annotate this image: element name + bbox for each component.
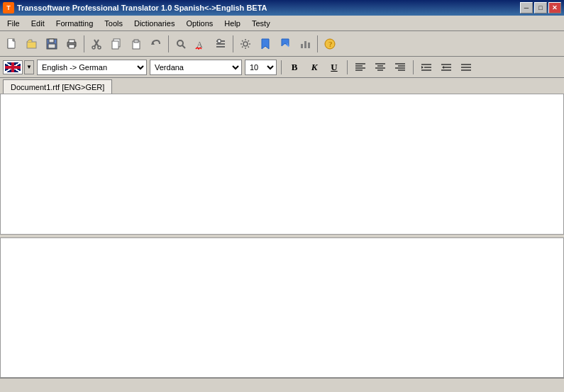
svg-rect-1 [27,42,36,48]
menu-formatting[interactable]: Formatting [50,16,99,30]
undo-button[interactable] [147,35,165,53]
menu-file[interactable]: File [1,16,26,30]
document-tab-1[interactable]: Document1.rtf [ENG>GER] [3,79,112,94]
search-button[interactable] [172,35,190,53]
menu-dictionaries[interactable]: Dictionaries [128,16,180,30]
uk-flag-icon [5,62,21,72]
source-lang-selector: ▼ [3,60,34,74]
open-button[interactable] [23,35,41,53]
status-bar [0,378,564,392]
save-button[interactable] [43,35,61,53]
menu-testy[interactable]: Testy [246,16,276,30]
source-lang-dropdown[interactable]: ▼ [24,60,34,74]
svg-rect-3 [49,39,54,43]
editor-pane-bottom[interactable] [0,238,564,379]
svg-point-23 [218,39,221,43]
svg-rect-13 [112,41,118,49]
toolbar-sep-4 [317,35,318,52]
format-sep-3 [413,60,414,74]
spellcheck-button[interactable]: A [192,35,210,53]
title-bar: T Transsoftware Professional Translator … [0,0,564,16]
content-wrapper [0,94,564,392]
close-button[interactable]: ✕ [548,2,561,13]
svg-rect-4 [48,44,55,48]
bold-button[interactable]: B [286,60,303,75]
align-left-button[interactable] [352,60,369,75]
toolbar-sep-3 [233,35,233,52]
svg-point-17 [177,40,183,46]
align-center-button[interactable] [372,60,389,75]
italic-button[interactable]: K [306,60,323,75]
editor-pane-top[interactable] [0,94,564,234]
paste-button[interactable] [127,35,145,53]
minimize-button[interactable]: ─ [520,2,533,13]
svg-rect-21 [216,43,225,45]
toolbar-sep-1 [84,35,84,52]
toolbar: A ? [0,31,564,57]
title-bar-left: T Transsoftware Professional Translator … [3,2,267,13]
font-select[interactable]: Verdana Arial Times New Roman Courier Ne… [150,60,242,75]
toolbar-sep-2 [168,35,169,52]
svg-point-10 [92,46,95,49]
outdent-button[interactable] [438,60,455,75]
underline-button[interactable]: U [326,60,343,75]
svg-rect-22 [216,46,225,47]
more-align-button[interactable] [458,60,475,75]
svg-marker-49 [442,66,444,69]
svg-rect-15 [134,40,138,43]
title-bar-controls: ─ □ ✕ [520,2,561,13]
svg-text:?: ? [328,40,333,48]
menu-bar: File Edit Formatting Tools Dictionaries … [0,16,564,31]
cut-button[interactable] [87,35,106,53]
app-icon: T [3,2,14,13]
help-button[interactable]: ? [321,35,339,53]
svg-point-11 [98,46,101,49]
copy-button[interactable] [107,35,126,53]
menu-tools[interactable]: Tools [99,16,128,30]
tab-bar: Document1.rtf [ENG>GER] [0,78,564,94]
menu-help[interactable]: Help [219,16,246,30]
tool1-button[interactable] [211,35,230,53]
language-direction-select[interactable]: English -> German German -> English Span… [37,60,147,75]
format-bar: ▼ English -> German German -> English Sp… [0,57,564,78]
menu-edit[interactable]: Edit [26,16,50,30]
maximize-button[interactable]: □ [534,2,547,13]
indent-button[interactable] [418,60,435,75]
svg-rect-26 [304,41,306,48]
svg-point-24 [243,42,248,46]
new-button[interactable] [3,35,21,53]
star-button[interactable] [276,35,294,53]
align-right-button[interactable] [392,60,409,75]
print-button[interactable] [62,35,81,53]
svg-rect-27 [308,43,310,48]
format-sep-1 [281,60,282,74]
bookmark-button[interactable] [256,35,275,53]
format-sep-2 [347,60,348,74]
svg-rect-25 [301,44,303,48]
menu-options[interactable]: Options [180,16,219,30]
svg-line-18 [182,45,185,48]
svg-rect-6 [69,45,74,48]
svg-rect-7 [69,40,74,43]
settings-button[interactable] [236,35,255,53]
size-select[interactable]: 8 9 10 11 12 14 [245,60,277,75]
chart-button[interactable] [296,35,314,53]
svg-marker-45 [421,66,424,69]
source-flag[interactable] [3,60,23,74]
window-title: Transsoftware Professional Translator 1.… [17,4,267,12]
